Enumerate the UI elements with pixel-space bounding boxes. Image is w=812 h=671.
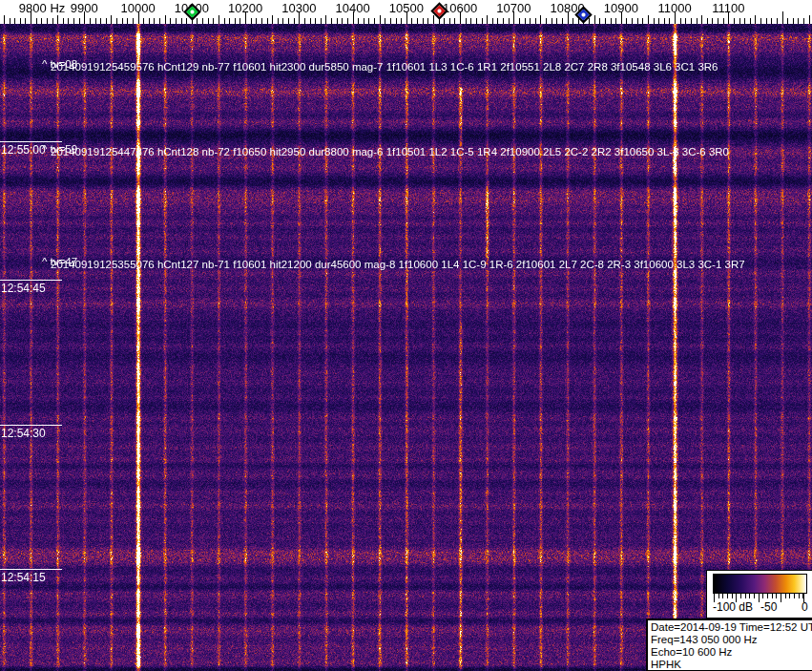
freq-tick-label-10000: 10000 [120,1,155,15]
freq-tick-label-10300: 10300 [281,1,316,15]
freq-tick-label-10700: 10700 [496,1,531,15]
info-date-time: Date=2014-09-19 Time=12:52 UTC [651,621,812,634]
time-tick-label: 12:54:45 [1,282,46,295]
freq-tick-label-10900: 10900 [604,1,638,15]
info-receiver-frequency: Freq=143 050 000 Hz [651,634,812,646]
info-echo-frequency: Echo=10 600 Hz [651,646,812,659]
freq-tick-label-11000: 11000 [657,1,691,15]
db-scale-label-max: 0 [802,600,808,614]
db-scale-label-mid: -50 [760,600,777,614]
freq-tick-label-10500: 10500 [389,1,424,15]
freq-tick-label-9900: 9900 [71,1,98,15]
event-log-line-0: 20140919125459576 hCnt129 nb-77 f10601 h… [51,61,718,73]
status-info-box: Date=2014-09-19 Time=12:52 UTC Freq=143 … [646,619,812,671]
event-log-line-1: 20140919125447376 hCnt128 nb-72 f10650 h… [51,146,729,157]
waterfall-spectrogram-canvas [0,0,812,671]
freq-tick-label-10200: 10200 [228,1,262,15]
time-tick-label: 12:54:15 [1,571,46,584]
freq-tick-label-10400: 10400 [335,1,369,15]
info-station-code: HPHK [651,659,812,671]
time-tick-label: 12:55:00 [1,143,46,157]
spectrogram-app-window: 9800 Hz990010000101001020010300104001050… [0,0,812,671]
color-gradient-bar [713,574,807,594]
db-scale-label-min: -100 dB [713,600,753,614]
time-tick-label: 12:54:30 [1,427,46,440]
db-color-scale: -100 dB -50 0 [706,570,812,619]
freq-tick-label-11100: 11100 [712,1,744,15]
freq-tick-label-10600: 10600 [443,1,477,15]
freq-tick-label-9800: 9800 Hz [19,1,65,15]
event-log-line-2: 20140919125355076 hCnt127 nb-71 f10601 h… [51,259,745,270]
